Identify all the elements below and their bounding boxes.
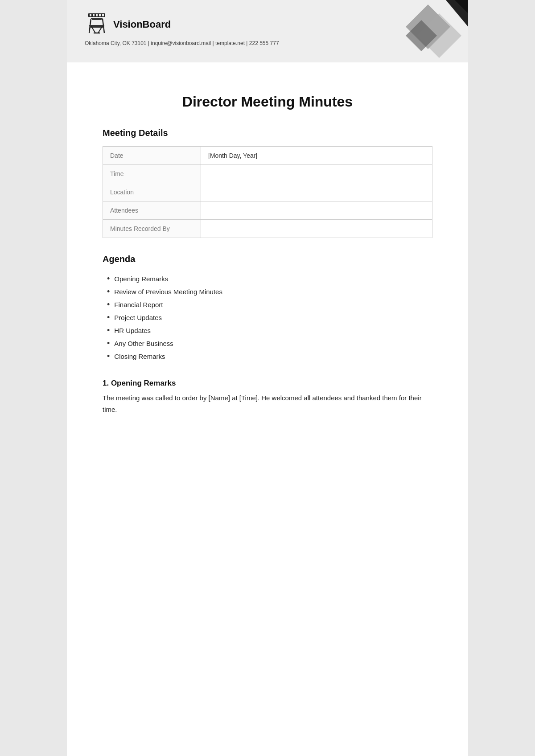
logo-name: VisionBoard	[113, 19, 171, 30]
row-value	[201, 165, 432, 183]
svg-rect-3	[96, 14, 98, 16]
agenda-title: Agenda	[103, 254, 432, 264]
svg-rect-1	[90, 14, 91, 16]
section-body: The meeting was called to order by [Name…	[103, 392, 432, 415]
row-label: Attendees	[103, 201, 201, 220]
table-row: Date[Month Day, Year]	[103, 147, 432, 165]
row-label: Date	[103, 147, 201, 165]
page: VisionBoard Oklahoma City, OK 73101 | in…	[67, 0, 468, 756]
subsection-title: 1. Opening Remarks	[103, 379, 432, 388]
agenda-item: Financial Report	[107, 298, 432, 311]
row-label: Time	[103, 165, 201, 183]
row-value	[201, 220, 432, 238]
doc-title: Director Meeting Minutes	[103, 94, 432, 110]
table-row: Attendees	[103, 201, 432, 220]
row-value: [Month Day, Year]	[201, 147, 432, 165]
agenda-item: Project Updates	[107, 311, 432, 324]
agenda-list: Opening RemarksReview of Previous Meetin…	[103, 272, 432, 363]
row-value	[201, 183, 432, 201]
logo-icon	[85, 12, 109, 37]
header-decoration	[388, 0, 468, 62]
row-label: Minutes Recorded By	[103, 220, 201, 238]
agenda-item: HR Updates	[107, 324, 432, 337]
agenda-item: Review of Previous Meeting Minutes	[107, 285, 432, 298]
meeting-details-title: Meeting Details	[103, 128, 432, 138]
row-label: Location	[103, 183, 201, 201]
table-row: Minutes Recorded By	[103, 220, 432, 238]
table-row: Location	[103, 183, 432, 201]
row-value	[201, 201, 432, 220]
header: VisionBoard Oklahoma City, OK 73101 | in…	[67, 0, 468, 62]
details-table: Date[Month Day, Year]TimeLocationAttende…	[103, 146, 432, 238]
agenda-item: Any Other Business	[107, 337, 432, 350]
agenda-item: Closing Remarks	[107, 350, 432, 363]
main-content: Director Meeting Minutes Meeting Details…	[67, 62, 468, 442]
agenda-item: Opening Remarks	[107, 272, 432, 285]
content-section: 1. Opening RemarksThe meeting was called…	[103, 379, 432, 415]
svg-rect-4	[99, 14, 101, 16]
section-1: 1. Opening RemarksThe meeting was called…	[103, 379, 432, 415]
svg-rect-5	[102, 14, 104, 16]
logo-row: VisionBoard	[85, 12, 171, 37]
table-row: Time	[103, 165, 432, 183]
header-contact: Oklahoma City, OK 73101 | inquire@vision…	[85, 40, 279, 46]
svg-rect-2	[93, 14, 95, 16]
